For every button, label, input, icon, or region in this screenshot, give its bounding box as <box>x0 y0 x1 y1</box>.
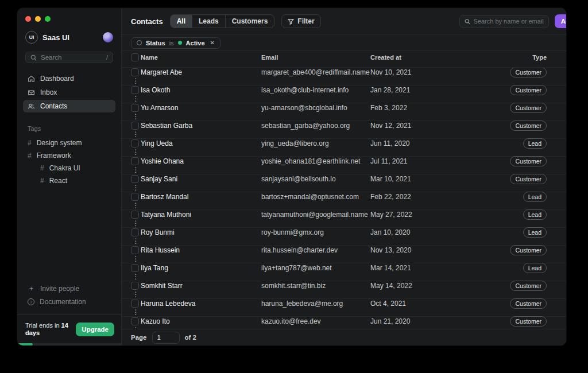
row-menu-icon[interactable]: ⋮ <box>133 273 140 281</box>
row-checkbox[interactable] <box>131 317 139 325</box>
contact-created-date: Jan 10, 2020 <box>370 228 463 236</box>
table-row[interactable]: Sanjay Sanisanjaysani@bellsouth.ioMar 10… <box>122 174 566 192</box>
select-all-checkbox[interactable] <box>131 53 139 61</box>
filter-funnel-icon <box>288 18 294 25</box>
pagination-bar: Page of 2 ‹ › <box>122 329 566 345</box>
row-menu-icon[interactable]: ⋮ <box>133 308 140 316</box>
add-person-button[interactable]: Add person <box>555 14 566 28</box>
row-menu-icon[interactable]: ⋮ <box>133 130 140 138</box>
column-header-type[interactable]: Type <box>532 54 547 61</box>
row-checkbox[interactable] <box>131 122 139 130</box>
zoom-window-button[interactable] <box>45 16 51 22</box>
row-menu-icon[interactable]: ⋮ <box>133 201 140 209</box>
row-menu-icon[interactable]: ⋮ <box>133 166 140 174</box>
remove-filter-icon[interactable]: ✕ <box>210 40 215 46</box>
help-icon: ? <box>28 298 34 305</box>
hash-icon: # <box>40 164 44 172</box>
row-menu-icon[interactable]: ⋮ <box>133 255 140 263</box>
status-filter-chip[interactable]: Status is Active ✕ <box>131 37 220 49</box>
row-checkbox[interactable] <box>131 282 139 290</box>
table-row[interactable]: Roy Bunmiroy-bunmi@gmx.orgJan 10, 2020Le… <box>122 228 566 246</box>
contact-name: Haruna Lebedeva <box>141 300 261 308</box>
table-row[interactable]: Rita Husseinrita.hussein@charter.devNov … <box>122 246 566 263</box>
table-row[interactable]: Tatyana Muthonitatyanamuthoni@googlemail… <box>122 210 566 228</box>
column-header-email[interactable]: Email <box>261 54 370 61</box>
row-menu-icon[interactable]: ⋮ <box>133 95 140 103</box>
sidebar-item-inbox[interactable]: Inbox <box>23 86 115 99</box>
upgrade-button[interactable]: Upgrade <box>76 323 114 336</box>
row-checkbox[interactable] <box>131 193 139 201</box>
trial-progress-fill <box>17 343 33 345</box>
row-checkbox[interactable] <box>131 139 139 147</box>
row-menu-icon[interactable]: ⋮ <box>133 112 140 121</box>
contacts-search-field[interactable] <box>459 15 549 28</box>
user-avatar[interactable] <box>103 32 113 42</box>
type-badge: Customer <box>510 174 547 184</box>
row-checkbox[interactable] <box>131 211 139 219</box>
filter-button[interactable]: Filter <box>281 14 320 28</box>
tags-section-header: Tags <box>28 125 121 132</box>
row-menu-icon[interactable]: ⋮ <box>133 219 140 227</box>
table-row[interactable]: Margaret Abemargaret_abe400@rediffmail.n… <box>122 68 566 86</box>
tag-chakra-ui[interactable]: # Chakra UI <box>17 162 121 174</box>
tag-design-system[interactable]: # Design system <box>17 137 121 149</box>
contact-email: margaret_abe400@rediffmail.name <box>261 68 370 76</box>
page-number-input[interactable] <box>152 332 180 344</box>
column-header-name[interactable]: Name <box>141 54 261 61</box>
contacts-search-input[interactable] <box>473 18 543 25</box>
row-checkbox[interactable] <box>131 175 139 183</box>
tag-react[interactable]: # React <box>17 174 121 187</box>
column-header-created[interactable]: Created at <box>370 54 463 61</box>
contact-name: Ying Ueda <box>141 139 261 147</box>
table-row[interactable]: Sebastian Garbasebastian_garba@yahoo.org… <box>122 121 566 139</box>
row-checkbox[interactable] <box>131 300 139 308</box>
table-row[interactable]: Haruna Lebedevaharuna_lebedeva@me.orgOct… <box>122 299 566 317</box>
tag-framework[interactable]: # Framework <box>17 149 121 162</box>
tab-customers[interactable]: Customers <box>226 15 274 28</box>
type-badge: Customer <box>510 316 547 327</box>
row-checkbox[interactable] <box>131 264 139 272</box>
trial-status-text: Trial ends in 14 days <box>25 322 71 338</box>
workspace-header[interactable]: UI Saas UI <box>17 22 121 44</box>
table-row[interactable]: Kazuo Itokazuo.ito@free.devJun 21, 2020C… <box>122 317 566 329</box>
sidebar-search-input[interactable]: Search / <box>25 52 113 63</box>
type-badge: Customer <box>510 298 547 309</box>
row-checkbox[interactable] <box>131 104 139 112</box>
documentation-link[interactable]: ? Documentation <box>17 296 121 309</box>
row-checkbox[interactable] <box>131 157 139 165</box>
type-badge: Customer <box>510 245 547 255</box>
tab-all[interactable]: All <box>171 15 192 28</box>
row-menu-icon[interactable]: ⋮ <box>133 237 140 245</box>
table-row[interactable]: Yu Arnarsonyu-arnarson@sbcglobal.infoFeb… <box>122 103 566 121</box>
row-checkbox[interactable] <box>131 86 139 94</box>
table-row[interactable]: Ying Uedaying_ueda@libero.orgJun 11, 202… <box>122 139 566 157</box>
row-menu-icon[interactable]: ⋮ <box>133 290 140 298</box>
invite-people-link[interactable]: + Invite people <box>17 282 121 296</box>
sidebar-item-contacts[interactable]: Contacts <box>23 100 115 112</box>
hash-icon: # <box>28 139 32 147</box>
contact-created-date: Nov 13, 2020 <box>370 246 463 254</box>
contacts-toolbar: Contacts All Leads Customers Filter Add … <box>122 8 566 35</box>
sidebar-item-dashboard[interactable]: Dashboard <box>23 72 115 85</box>
active-status-dot <box>178 41 182 45</box>
search-icon <box>30 55 37 61</box>
row-menu-icon[interactable]: ⋮ <box>133 77 140 85</box>
contact-created-date: Jun 11, 2020 <box>370 139 463 147</box>
invite-people-label: Invite people <box>40 285 79 293</box>
row-checkbox[interactable] <box>131 228 139 236</box>
table-row[interactable]: Bartosz Mandalbartosz+mandal@optusnet.co… <box>122 192 566 210</box>
table-row[interactable]: Somkhit Starrsomkhit.starr@tin.bizMay 14… <box>122 281 566 299</box>
table-row[interactable]: Yoshie Ohanayoshie_ohana181@earthlink.ne… <box>122 157 566 174</box>
column-header-status[interactable]: Status <box>547 54 566 61</box>
close-window-button[interactable] <box>25 16 31 22</box>
tag-label: Framework <box>37 151 71 160</box>
table-row[interactable]: Isa Okothisa_okoth@club-internet.infoJan… <box>122 86 566 103</box>
contact-email: rita.hussein@charter.dev <box>261 246 370 254</box>
minimize-window-button[interactable] <box>35 16 41 22</box>
tab-leads[interactable]: Leads <box>192 15 226 28</box>
row-menu-icon[interactable]: ⋮ <box>133 148 140 156</box>
row-menu-icon[interactable]: ⋮ <box>133 184 140 192</box>
row-checkbox[interactable] <box>131 246 139 254</box>
table-row[interactable]: Ilya Tangilya+tang787@web.netMar 14, 202… <box>122 263 566 281</box>
row-checkbox[interactable] <box>131 68 139 76</box>
